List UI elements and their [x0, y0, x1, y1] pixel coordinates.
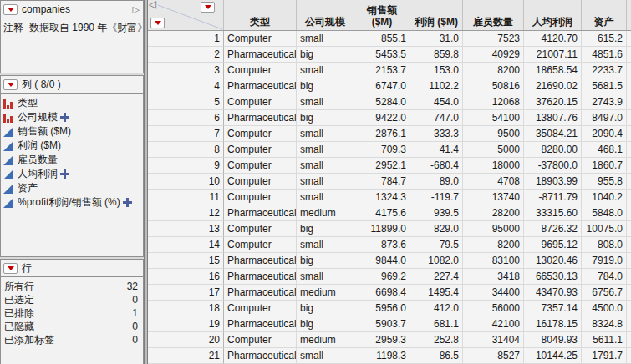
data-cell[interactable]: small	[297, 63, 354, 78]
data-cell[interactable]: 31404	[463, 332, 524, 348]
data-cell[interactable]: 79.5	[410, 237, 463, 253]
data-cell[interactable]: 681.1	[410, 316, 463, 332]
column-header-4[interactable]: 利润 ($M)	[410, 0, 463, 30]
row-number[interactable]: 3	[148, 63, 224, 78]
data-cell[interactable]: small	[297, 31, 354, 47]
data-cell[interactable]: 9422.0	[354, 110, 410, 126]
column-header-5[interactable]: 雇员数量	[463, 0, 524, 30]
data-cell[interactable]: small	[297, 94, 354, 110]
data-cell[interactable]: 7523	[463, 31, 524, 47]
data-cell[interactable]: 86.5	[410, 348, 463, 364]
data-cell[interactable]: 9695.12	[524, 237, 582, 253]
table-menu-red-triangle-button[interactable]	[3, 4, 18, 15]
data-cell[interactable]: Computer	[224, 31, 297, 47]
data-cell[interactable]: 4708	[463, 174, 524, 190]
data-cell[interactable]: 3418	[463, 269, 524, 285]
data-cell[interactable]: 1040.2	[582, 190, 627, 205]
column-list-item-1[interactable]: 类型	[3, 96, 141, 110]
data-cell[interactable]: Pharmaceutical	[224, 205, 297, 221]
data-cell[interactable]: big	[297, 47, 354, 63]
data-cell[interactable]: small	[297, 174, 354, 190]
data-cell[interactable]: 41.4	[410, 142, 463, 158]
data-cell[interactable]: 2876.1	[354, 126, 410, 142]
data-cell[interactable]: Computer	[224, 126, 297, 142]
data-cell[interactable]: 955.8	[582, 174, 627, 190]
data-cell[interactable]: 7357.14	[524, 301, 582, 316]
data-cell[interactable]: 18903.99	[524, 174, 582, 190]
data-cell[interactable]: small	[297, 142, 354, 158]
data-cell[interactable]: 468.1	[582, 142, 627, 158]
data-cell[interactable]: 939.5	[410, 205, 463, 221]
data-cell[interactable]: 747.0	[410, 110, 463, 126]
collapse-panel-icon[interactable]: ◁	[149, 0, 156, 10]
data-cell[interactable]: medium	[297, 285, 354, 301]
data-cell[interactable]: 8726.32	[524, 221, 582, 237]
data-cell[interactable]: 1198.3	[354, 348, 410, 364]
column-list-item-7[interactable]: 资产	[3, 181, 141, 195]
data-cell[interactable]: 5000	[463, 142, 524, 158]
column-list-item-4[interactable]: 利润 ($M)	[3, 139, 141, 153]
data-cell[interactable]: 153.0	[410, 63, 463, 78]
column-header-6[interactable]: 人均利润	[524, 0, 582, 30]
data-cell[interactable]: 7919.0	[582, 253, 627, 269]
data-cell[interactable]: Pharmaceutical	[224, 285, 297, 301]
data-cell[interactable]: 11899.0	[354, 221, 410, 237]
data-cell[interactable]: big	[297, 110, 354, 126]
data-cell[interactable]: Computer	[224, 94, 297, 110]
data-cell[interactable]: 227.4	[410, 269, 463, 285]
data-cell[interactable]: 252.8	[410, 332, 463, 348]
data-cell[interactable]: 8497.0	[582, 110, 627, 126]
row-number[interactable]: 8	[148, 142, 224, 158]
data-cell[interactable]: Computer	[224, 142, 297, 158]
data-cell[interactable]: 6698.4	[354, 285, 410, 301]
data-cell[interactable]: 34400	[463, 285, 524, 301]
data-cell[interactable]: small	[297, 190, 354, 205]
data-cell[interactable]: 2233.7	[582, 63, 627, 78]
data-cell[interactable]: 4500.0	[582, 301, 627, 316]
column-header-3[interactable]: 销售额($M)	[354, 0, 410, 30]
data-cell[interactable]: 2952.1	[354, 158, 410, 174]
data-cell[interactable]: medium	[297, 332, 354, 348]
data-cell[interactable]: 43470.93	[524, 285, 582, 301]
row-number[interactable]: 15	[148, 253, 224, 269]
data-cell[interactable]: Pharmaceutical	[224, 316, 297, 332]
column-header-7[interactable]: 资产	[582, 0, 627, 30]
column-list-item-2[interactable]: 公司规模	[3, 110, 141, 124]
data-cell[interactable]: 333.3	[410, 126, 463, 142]
data-cell[interactable]: Pharmaceutical	[224, 269, 297, 285]
data-cell[interactable]: 808.0	[582, 237, 627, 253]
columns-menu-red-triangle-button[interactable]	[3, 79, 18, 90]
data-cell[interactable]: 37620.15	[524, 94, 582, 110]
data-cell[interactable]: 873.6	[354, 237, 410, 253]
data-cell[interactable]: 8324.8	[582, 316, 627, 332]
data-cell[interactable]: Pharmaceutical	[224, 78, 297, 94]
row-number[interactable]: 14	[148, 237, 224, 253]
data-cell[interactable]: 2743.9	[582, 94, 627, 110]
data-cell[interactable]: 10075.0	[582, 221, 627, 237]
data-cell[interactable]: big	[297, 316, 354, 332]
data-cell[interactable]: medium	[297, 205, 354, 221]
row-number[interactable]: 21	[148, 348, 224, 364]
data-cell[interactable]: 28200	[463, 205, 524, 221]
panel-disclosure-icon[interactable]: ▷	[133, 5, 140, 14]
data-cell[interactable]: -37800.0	[524, 158, 582, 174]
data-cell[interactable]: 454.0	[410, 94, 463, 110]
data-cell[interactable]: 50816	[463, 78, 524, 94]
data-cell[interactable]: 2153.7	[354, 63, 410, 78]
data-cell[interactable]: 42100	[463, 316, 524, 332]
data-cell[interactable]: 13740	[463, 190, 524, 205]
column-header-1[interactable]: 类型	[224, 0, 297, 30]
data-cell[interactable]: Computer	[224, 158, 297, 174]
data-cell[interactable]: big	[297, 301, 354, 316]
data-cell[interactable]: 18000	[463, 158, 524, 174]
data-cell[interactable]: 66530.13	[524, 269, 582, 285]
data-cell[interactable]: Computer	[224, 237, 297, 253]
data-cell[interactable]: 4175.6	[354, 205, 410, 221]
data-cell[interactable]: 829.0	[410, 221, 463, 237]
data-cell[interactable]: 8200	[463, 237, 524, 253]
column-header-2[interactable]: 公司规模	[297, 0, 354, 30]
row-number[interactable]: 5	[148, 94, 224, 110]
data-cell[interactable]: 2090.4	[582, 126, 627, 142]
row-number[interactable]: 10	[148, 174, 224, 190]
row-number[interactable]: 7	[148, 126, 224, 142]
